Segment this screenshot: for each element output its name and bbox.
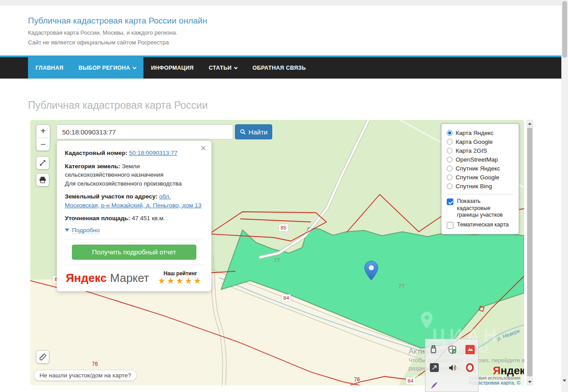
radio-icon [447,157,453,162]
dark-app-arrow-icon[interactable] [429,362,440,373]
layer-option-google-map[interactable]: Карта Google [447,137,513,146]
cadastral-number-link[interactable]: 50:18:0090313:77 [129,150,178,156]
rating-label: Наш рейтинг [158,270,203,277]
yandex-market-logo[interactable]: Яндекс Маркет [66,271,149,285]
print-button[interactable] [36,173,49,186]
site-subtitle-2: Сайт не является официальным сайтом Роср… [28,39,169,46]
nav-item-articles[interactable]: СТАТЬИ [201,57,245,79]
search-button[interactable]: Найти [235,124,272,139]
chevron-down-icon [234,65,238,69]
cadastral-number-row: Кадастровый номер: 50:18:0090313:77 [65,149,203,158]
area-value: 47 451 кв.м. [132,215,165,222]
not-found-button[interactable]: Не нашли участок/дом на карте? [34,370,137,381]
yandex-market-logo-part1: Яндекс [66,271,107,285]
land-category-row: Категория земель: Земли сельскохозяйстве… [65,162,203,188]
parcel-number: 77 [274,257,280,264]
layer-option-openstreetmap[interactable]: OpenStreetMap [447,155,513,164]
expand-arrows-icon [39,159,47,167]
scroll-down-button[interactable] [563,382,566,390]
speaker-volume-icon[interactable] [447,362,457,373]
zoom-in-button[interactable]: + [36,125,50,138]
browser-scrollbar[interactable] [561,0,568,392]
address-label: Земельный участок по адресу: [65,193,158,200]
area-row: Уточненная площадь: 47 451 кв.м. [65,214,203,223]
radio-selected-icon [447,130,453,136]
checkbox-checked-icon [447,198,453,205]
site-subtitle-1: Кадастровая карта России, Москвы, и кажд… [28,29,178,36]
area-label: Уточненная площадь: [65,215,130,222]
popup-footer: Яндекс Маркет Наш рейтинг ★★★★★ [65,269,203,286]
top-strip [0,0,568,5]
parcel-number-pill: 84 [282,294,291,301]
search-input[interactable] [56,124,233,139]
triangle-down-icon [65,229,69,232]
system-tray-flyout [425,339,479,392]
usb-device-icon[interactable] [428,344,439,355]
opera-browser-icon[interactable] [465,362,475,373]
divider [447,194,513,194]
page-title: Публичная кадастровая карта России [28,99,208,111]
parcel-number: 77 [398,283,405,289]
radio-icon [447,166,453,171]
layers-panel: Карта Яндекс Карта Google Карта 2GIS Ope… [441,123,519,234]
defender-shield-icon[interactable] [447,344,457,355]
site-title-link[interactable]: Публичная кадастровая карта России онлай… [28,16,207,26]
red-app-badge-icon[interactable] [465,344,475,355]
map-scrollbar[interactable] [527,120,533,385]
yandex-map-logo[interactable]: Яндекс [493,364,524,377]
cian-watermark-number: 42 [478,344,489,356]
yandex-market-logo-part2: Маркет [110,271,149,285]
layer-option-bing-satellite[interactable]: Спутник Bing [447,182,513,190]
printer-icon [39,176,47,184]
rating-block: Наш рейтинг ★★★★★ [158,270,203,286]
details-toggle-link[interactable]: Подробно [65,227,203,234]
chevron-down-icon [133,65,136,69]
triangle-up-icon [528,123,532,125]
browser-scrollbar-thumb[interactable] [562,1,567,58]
radio-icon [447,183,453,189]
land-category-note: Для сельскохозяйственного производства [65,180,182,187]
checkbox-icon [447,222,453,229]
search-button-label: Найти [249,128,268,136]
cadastral-number-label: Кадастровый номер: [65,150,127,156]
nav-item-feedback[interactable]: ОБРАТНАЯ СВЯЗЬ [245,57,313,79]
divider [65,239,203,239]
nav-item-home[interactable]: ГЛАВНАЯ [28,55,71,79]
scroll-down-button[interactable] [527,378,533,385]
zoom-out-button[interactable]: − [36,138,50,151]
radio-icon [447,174,453,180]
fullscreen-button[interactable] [36,156,49,170]
nav-item-region-select[interactable]: ВЫБОР РЕГИОНА [71,55,143,79]
purple-feather-icon[interactable] [429,380,440,391]
rating-stars: ★★★★★ [158,277,203,286]
layer-option-yandex-satellite[interactable]: Спутник Яндекс [447,164,513,173]
page: Публичная кадастровая карта России онлай… [0,0,568,392]
map-scrollbar-thumb[interactable] [527,128,532,376]
parcel-number: 76 [92,361,98,367]
address-row: Земельный участок по адресу: обл. Москов… [65,192,203,210]
ruler-icon [38,352,47,361]
layer-option-google-satellite[interactable]: Спутник Google [447,173,513,182]
measure-ruler-button[interactable] [36,350,49,364]
thematic-map-checkbox[interactable]: Тематическая карта [447,222,513,229]
close-icon[interactable]: × [200,143,206,153]
details-toggle-label: Подробно [72,227,100,234]
radio-icon [447,148,453,154]
land-category-label: Категория земель: [65,163,120,170]
parcel-info-popup: × Кадастровый номер: 50:18:0090313:77 Ка… [57,141,211,291]
triangle-down-icon [528,381,532,383]
radio-icon [447,139,453,145]
nav-item-information[interactable]: ИНФОРМАЦИЯ [143,57,201,79]
triangle-down-icon [563,380,566,389]
layer-option-yandex-map[interactable]: Карта Яндекс [447,128,513,137]
search-icon [240,129,246,135]
layer-option-2gis-map[interactable]: Карта 2GIS [447,146,513,155]
parcel-number: 76 [354,376,360,383]
divider [65,265,203,265]
main-nav: ГЛАВНАЯ ВЫБОР РЕГИОНА ИНФОРМАЦИЯ СТАТЬИ … [0,55,568,79]
show-cadastral-borders-checkbox[interactable]: Показать кадастровые границы участков [447,198,513,219]
parcel-number-pill: 85 [279,224,288,231]
scroll-up-button[interactable] [527,120,533,127]
get-report-button[interactable]: Получить подробный отчет [72,245,196,260]
zoom-control: + − [36,124,50,151]
